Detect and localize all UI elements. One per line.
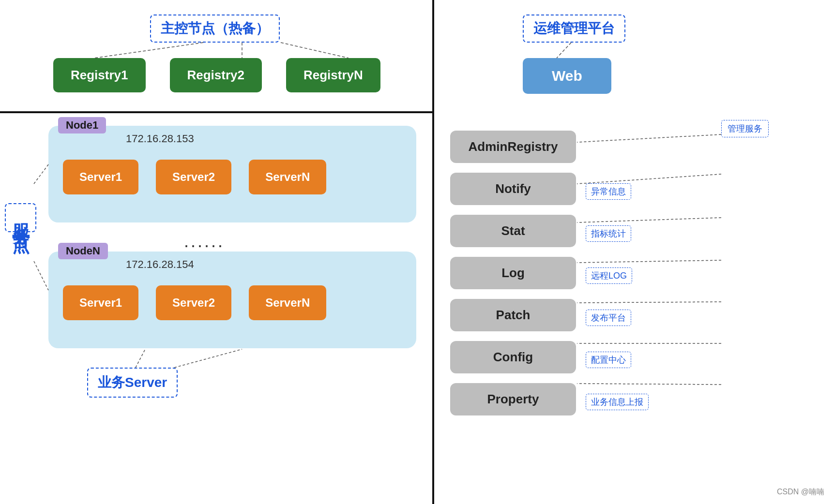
nodeN-server2: Server2 [156,285,231,320]
patch-box: Patch [450,299,576,331]
service-node-label: 服务节点 [5,203,36,232]
notify-box: Notify [450,173,576,205]
master-label: 主控节点（热备） [150,15,280,43]
notify-row: Notify 异常信息 [450,173,649,210]
nodeN-server-row: Server1 Server2 ServerN [63,285,402,320]
node1-server-row: Server1 Server2 ServerN [63,160,402,194]
registryN-box: RegistryN [286,58,380,92]
property-side-label: 业务信息上报 [586,394,649,410]
horizontal-divider [0,111,432,113]
web-box: Web [523,58,611,94]
log-box: Log [450,257,576,289]
stat-row: Stat 指标统计 [450,215,649,252]
node1-label: Node1 [58,117,106,133]
ops-label: 运维管理平台 [523,15,625,43]
node1-server1: Server1 [63,160,138,194]
watermark: CSDN @喃喃 [777,487,824,497]
patch-side-label: 发布平台 [586,310,631,326]
stat-box: Stat [450,215,576,247]
config-row: Config 配置中心 [450,341,649,378]
svg-line-14 [174,349,242,368]
ellipsis: ...... [184,231,225,252]
admin-registry-box: AdminRegistry [450,131,576,163]
svg-line-0 [94,43,203,58]
node1-ip: 172.16.28.153 [126,133,194,145]
nodeN-label: NodeN [58,243,108,259]
nodeN-ip: 172.16.28.154 [126,258,194,271]
vertical-divider [432,0,434,504]
nodeN-server1: Server1 [63,285,138,320]
node1-container: Node1 172.16.28.153 Server1 Server2 Serv… [48,126,416,222]
business-server-label: 业务Server [87,368,178,398]
registry2-box: Registry2 [170,58,262,92]
notify-side-label: 异常信息 [586,183,631,200]
right-services: AdminRegistry Notify 异常信息 Stat 指标统计 Log … [450,131,649,420]
admin-registry-row: AdminRegistry [450,131,649,168]
mgmt-service-label: 管理服务 [721,120,769,137]
property-box: Property [450,383,576,415]
node1-server2: Server2 [156,160,231,194]
svg-line-12 [34,261,48,290]
nodeN-serverN: ServerN [249,285,326,320]
log-side-label: 远程LOG [586,267,632,284]
svg-line-3 [557,43,571,58]
patch-row: Patch 发布平台 [450,299,649,336]
config-box: Config [450,341,576,373]
svg-line-11 [34,164,48,184]
svg-line-13 [136,349,145,368]
registry-row: Registry1 Registry2 RegistryN [53,58,380,92]
node1-serverN: ServerN [249,160,326,194]
main-container: 主控节点（热备） Registry1 Registry2 RegistryN 服… [0,0,834,504]
nodeN-container: NodeN 172.16.28.154 Server1 Server2 Serv… [48,252,416,348]
svg-line-2 [281,43,349,58]
property-row: Property 业务信息上报 [450,383,649,420]
stat-side-label: 指标统计 [586,225,631,242]
registry1-box: Registry1 [53,58,146,92]
log-row: Log 远程LOG [450,257,649,294]
config-side-label: 配置中心 [586,352,631,368]
